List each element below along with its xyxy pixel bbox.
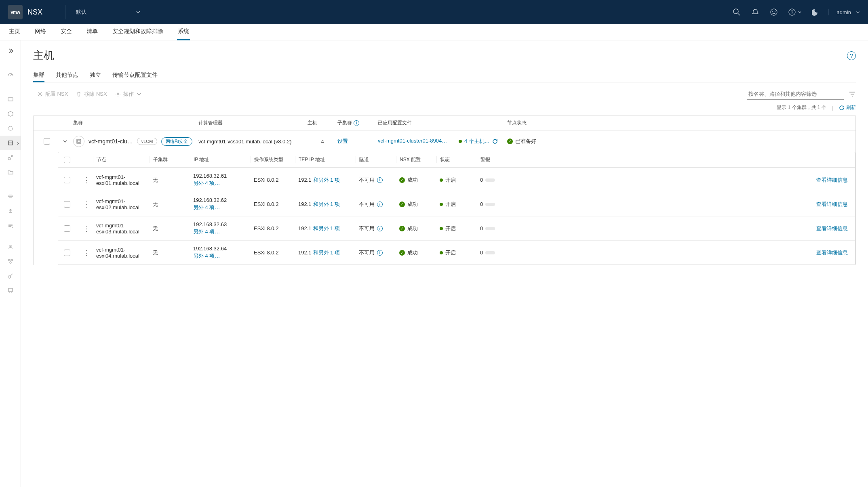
- rail-ldap-icon[interactable]: [0, 254, 21, 269]
- tep-more-link[interactable]: 和另外 1 项: [313, 201, 340, 208]
- svg-point-12: [8, 157, 11, 160]
- col-compute-manager: 计算管理器: [198, 120, 308, 126]
- rail-backup-icon[interactable]: [0, 189, 21, 204]
- tep-more-link[interactable]: 和另外 1 项: [313, 225, 340, 232]
- profile-link[interactable]: vcf-mgmt01-cluster01-8904…: [378, 138, 447, 144]
- refresh-button[interactable]: 刷新: [839, 104, 856, 111]
- row-checkbox[interactable]: [64, 225, 70, 232]
- dark-mode-icon[interactable]: [811, 8, 820, 17]
- tab-other-nodes[interactable]: 其他节点: [56, 69, 78, 82]
- view-details-link[interactable]: 查看详细信息: [509, 225, 853, 232]
- row-checkbox[interactable]: [64, 201, 70, 208]
- nav-home[interactable]: 主页: [8, 24, 21, 40]
- nav-network[interactable]: 网络: [34, 24, 47, 40]
- alarm-count: 0: [480, 201, 483, 207]
- smile-icon[interactable]: [769, 8, 778, 17]
- logo: vmw: [8, 5, 23, 19]
- tab-tn-profiles[interactable]: 传输节点配置文件: [112, 69, 158, 82]
- ip-value: 192.168.32.62: [193, 197, 251, 203]
- header-checkbox[interactable]: [64, 157, 70, 163]
- svg-point-20: [117, 93, 119, 95]
- rail-expand-icon[interactable]: [0, 44, 21, 58]
- tunnel-value: 不可用: [359, 176, 375, 184]
- bell-icon[interactable]: [751, 8, 760, 17]
- rail-lifecycle-icon[interactable]: [0, 121, 21, 136]
- rail-fabric-icon[interactable]: [0, 107, 21, 121]
- svg-point-3: [772, 11, 773, 12]
- col-inner-sub-cluster: 子集群: [150, 156, 190, 163]
- refresh-status-icon[interactable]: [492, 139, 498, 144]
- main-nav: 主页 网络 安全 清单 安全规划和故障排除 系统: [0, 24, 868, 40]
- info-icon[interactable]: i: [377, 202, 383, 207]
- user-menu[interactable]: admin: [828, 9, 860, 15]
- rail-appliance-icon[interactable]: [0, 92, 21, 107]
- help-menu-icon[interactable]: ?: [788, 8, 802, 17]
- cluster-table: 集群 计算管理器 主机 子集群 i 已应用配置文件 节点状态: [33, 115, 856, 265]
- row-checkbox[interactable]: [64, 177, 70, 183]
- expand-toggle[interactable]: [57, 139, 73, 144]
- view-details-link[interactable]: 查看详细信息: [509, 176, 853, 184]
- ip-more-link[interactable]: 另外 4 项…: [193, 180, 251, 187]
- alarm-bar-icon: [485, 251, 495, 254]
- ip-more-link[interactable]: 另外 4 项…: [193, 252, 251, 260]
- configure-nsx-button[interactable]: 配置 NSX: [33, 88, 72, 100]
- state-value: 开启: [445, 225, 456, 232]
- rail-config-icon[interactable]: [0, 218, 21, 233]
- remove-nsx-button[interactable]: 移除 NSX: [72, 88, 111, 100]
- page-title: 主机: [33, 48, 54, 63]
- nav-system[interactable]: 系统: [177, 24, 190, 40]
- view-details-link[interactable]: 查看详细信息: [509, 249, 853, 256]
- tab-clusters[interactable]: 集群: [33, 69, 44, 82]
- sub-cluster-settings-link[interactable]: 设置: [337, 138, 348, 144]
- nav-security[interactable]: 安全: [60, 24, 73, 40]
- rail-upgrade-icon[interactable]: [0, 204, 21, 218]
- ip-more-link[interactable]: 另外 4 项…: [193, 204, 251, 211]
- row-menu-icon[interactable]: ⋮: [77, 202, 93, 207]
- view-details-link[interactable]: 查看详细信息: [509, 201, 853, 208]
- filter-input[interactable]: [747, 88, 844, 100]
- help-icon[interactable]: ?: [847, 51, 856, 60]
- filter-icon[interactable]: [849, 90, 856, 98]
- top-icons: ?: [732, 8, 820, 17]
- compute-manager-value: vcf-mgmt01-vcsa01.mulab.local (v8.0.2): [198, 139, 308, 145]
- row-menu-icon[interactable]: ⋮: [77, 250, 93, 255]
- col-os: 操作系统类型: [251, 156, 295, 163]
- rail-migrate-icon[interactable]: [0, 150, 21, 165]
- status-dot-icon: [440, 178, 443, 182]
- domain-select[interactable]: 默认: [72, 8, 145, 16]
- col-node: 节点: [93, 156, 150, 163]
- row-checkbox[interactable]: [44, 138, 50, 145]
- mode-badge: 网络和安全: [161, 137, 192, 146]
- col-ip: IP 地址: [190, 156, 251, 163]
- nav-plan-troubleshoot[interactable]: 安全规划和故障排除: [112, 24, 164, 40]
- row-menu-icon[interactable]: ⋮: [77, 226, 93, 231]
- vlcm-badge: vLCM: [137, 138, 158, 145]
- tep-more-link[interactable]: 和另外 1 项: [313, 249, 340, 256]
- rail-folder-icon[interactable]: [0, 165, 21, 179]
- row-menu-icon[interactable]: ⋮: [77, 178, 93, 183]
- nav-inventory[interactable]: 清单: [86, 24, 99, 40]
- nsx-config-value: 成功: [407, 176, 418, 184]
- actions-button[interactable]: 操作: [111, 88, 146, 100]
- host-status-link[interactable]: 4 个主机…: [464, 138, 490, 145]
- rail-dashboard-icon[interactable]: [0, 68, 21, 82]
- rail-hosts-icon[interactable]: [0, 136, 21, 150]
- os-value: ESXi 8.0.2: [251, 177, 295, 183]
- info-icon[interactable]: i: [377, 177, 383, 183]
- rail-key-icon[interactable]: [0, 269, 21, 283]
- tab-standalone[interactable]: 独立: [90, 69, 101, 82]
- node-sub-cluster: 无: [150, 176, 190, 184]
- ip-more-link[interactable]: 另外 4 项…: [193, 228, 251, 235]
- svg-point-19: [39, 93, 41, 95]
- info-icon[interactable]: i: [354, 120, 359, 126]
- info-icon[interactable]: i: [377, 250, 383, 256]
- check-icon: ✓: [399, 226, 405, 231]
- tep-more-link[interactable]: 和另外 1 项: [313, 176, 340, 184]
- info-icon[interactable]: i: [377, 226, 383, 231]
- row-checkbox[interactable]: [64, 250, 70, 256]
- tunnel-value: 不可用: [359, 201, 375, 208]
- rail-users-icon[interactable]: [0, 239, 21, 254]
- search-icon[interactable]: [732, 8, 741, 17]
- table-row: ⋮ vcf-mgmt01-esxi02.mulab.local 无 192.16…: [58, 192, 855, 216]
- rail-cert-icon[interactable]: [0, 283, 21, 298]
